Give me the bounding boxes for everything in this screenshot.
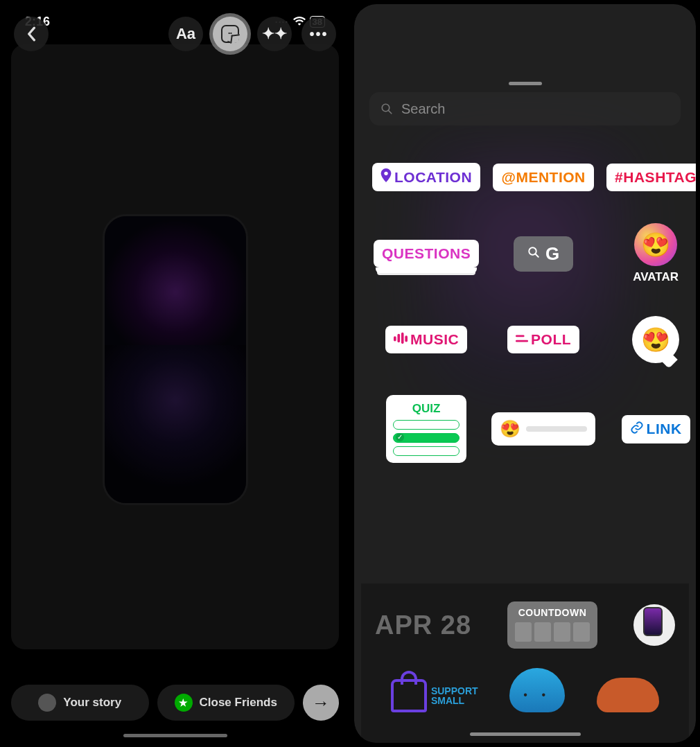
- avatar-sticker[interactable]: 😍 AVATAR: [633, 223, 679, 284]
- your-story-label: Your story: [63, 696, 121, 710]
- star-icon: ★: [175, 694, 193, 712]
- countdown-slots-icon: [513, 622, 592, 642]
- emoji-reaction-sticker[interactable]: 😍: [632, 316, 679, 363]
- story-canvas: [11, 44, 339, 649]
- earth-heart-sticker[interactable]: [509, 668, 565, 712]
- svg-rect-10: [516, 340, 528, 342]
- quiz-option: [393, 420, 460, 430]
- quiz-option: [393, 446, 460, 456]
- heart-eyes-icon: 😍: [500, 419, 520, 439]
- svg-line-1: [388, 110, 392, 114]
- svg-rect-8: [405, 335, 408, 342]
- link-icon: [630, 421, 644, 438]
- sticker-icon: ••‿: [221, 25, 239, 43]
- sticker-tool-button[interactable]: ••‿: [213, 17, 247, 51]
- send-button[interactable]: →: [303, 685, 339, 721]
- close-friends-label: Close Friends: [200, 696, 277, 710]
- more-icon: •••: [309, 30, 328, 37]
- link-sticker[interactable]: LINK: [622, 415, 690, 443]
- poll-sticker[interactable]: POLL: [507, 326, 579, 353]
- slider-track: [526, 426, 587, 432]
- gallery-icon: [643, 607, 663, 636]
- arrow-right-icon: →: [312, 692, 330, 714]
- date-sticker[interactable]: APR 28: [375, 610, 471, 640]
- story-image-content: [103, 214, 248, 505]
- sticker-grid-lower: APR 28 COUNTDOWN SUPPORT SMALL: [361, 583, 689, 743]
- gif-sticker[interactable]: G: [514, 236, 573, 272]
- hashtag-sticker[interactable]: #HASHTAG: [606, 164, 696, 191]
- home-indicator: [470, 732, 581, 736]
- support-small-sticker[interactable]: SUPPORT SMALL: [391, 679, 478, 712]
- poll-icon: [516, 331, 528, 348]
- right-screen: Search LOCATION @MENTION #HASHTAG QUESTI…: [354, 4, 696, 743]
- svg-rect-5: [394, 336, 396, 341]
- sticker-grid: LOCATION @MENTION #HASHTAG QUESTIONS G 😍…: [361, 135, 689, 470]
- story-toolbar: Aa ••‿ ✦✦ •••: [4, 17, 346, 51]
- svg-rect-6: [397, 334, 400, 343]
- search-icon: [380, 103, 393, 115]
- location-sticker[interactable]: LOCATION: [372, 163, 480, 191]
- sheet-grabber[interactable]: [509, 82, 542, 85]
- shopping-bag-icon: [391, 679, 427, 712]
- search-icon: [527, 246, 540, 262]
- sparkle-icon: ✦✦: [262, 25, 287, 43]
- your-story-button[interactable]: Your story: [11, 685, 149, 721]
- svg-point-2: [384, 172, 387, 175]
- blob-sticker[interactable]: [597, 678, 659, 712]
- avatar-face-icon: 😍: [634, 223, 677, 266]
- pin-icon: [380, 168, 392, 186]
- svg-line-4: [535, 254, 539, 257]
- close-friends-button[interactable]: ★ Close Friends: [157, 685, 295, 721]
- text-tool-button[interactable]: Aa: [168, 17, 203, 51]
- left-screen: 2:16 •••• 38 Aa ••‿ ✦✦ ••• Your story: [4, 4, 346, 743]
- gallery-sticker[interactable]: [633, 604, 675, 646]
- quiz-option-selected: [393, 433, 460, 443]
- music-sticker[interactable]: MUSIC: [385, 326, 467, 353]
- search-placeholder: Search: [401, 101, 445, 117]
- back-button[interactable]: [14, 17, 49, 51]
- share-bar: Your story ★ Close Friends →: [11, 685, 339, 721]
- questions-sticker[interactable]: QUESTIONS: [374, 240, 479, 267]
- music-bars-icon: [394, 331, 408, 348]
- effects-tool-button[interactable]: ✦✦: [257, 17, 292, 51]
- svg-rect-9: [516, 335, 525, 337]
- avatar-icon: [38, 694, 56, 712]
- sticker-picker-sheet: Search LOCATION @MENTION #HASHTAG QUESTI…: [361, 73, 689, 743]
- countdown-sticker[interactable]: COUNTDOWN: [507, 601, 597, 649]
- home-indicator: [123, 734, 227, 737]
- emoji-slider-sticker[interactable]: 😍: [491, 412, 595, 446]
- quiz-sticker[interactable]: QUIZ: [386, 395, 466, 463]
- more-tool-button[interactable]: •••: [301, 17, 336, 51]
- svg-rect-7: [401, 333, 404, 344]
- mention-sticker[interactable]: @MENTION: [493, 164, 593, 191]
- heart-eyes-icon: 😍: [641, 326, 670, 353]
- sticker-search-input[interactable]: Search: [369, 92, 681, 125]
